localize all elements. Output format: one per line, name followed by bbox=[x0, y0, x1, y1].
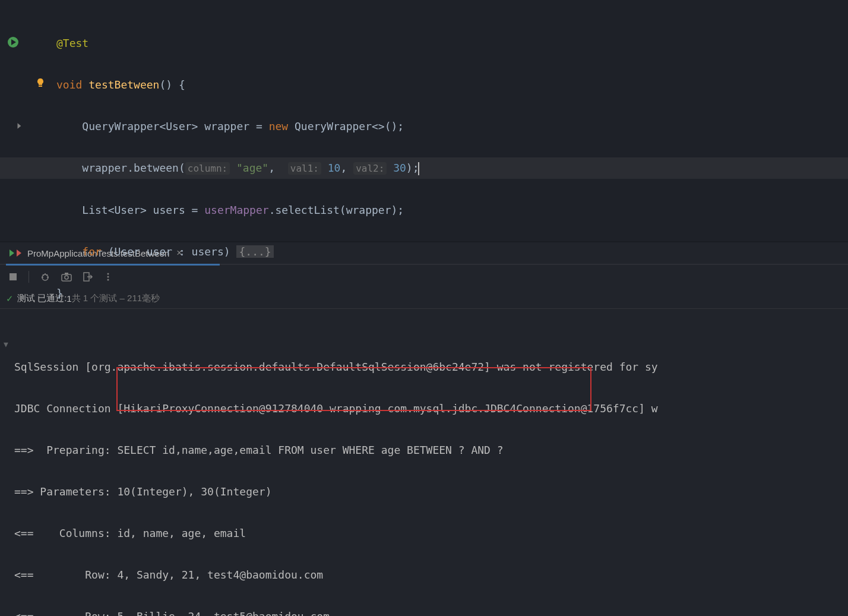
svg-rect-2 bbox=[39, 86, 42, 87]
console-line-3: ==> Preparing: SELECT id,name,age,email … bbox=[14, 440, 834, 460]
param-hint-column: column: bbox=[185, 162, 230, 175]
line2-pre: QueryWrapper<User> wrapper = bbox=[56, 120, 269, 132]
console-line-4: ==> Parameters: 10(Integer), 30(Integer) bbox=[14, 481, 834, 502]
tab-underline bbox=[6, 264, 220, 266]
param-hint-val2: val2: bbox=[353, 162, 387, 175]
expand-fold-icon[interactable] bbox=[15, 120, 29, 133]
line3-pre: wrapper.between( bbox=[56, 162, 185, 174]
keyword-void: void bbox=[56, 78, 82, 91]
intention-bulb-icon[interactable] bbox=[34, 77, 48, 90]
line5-indent bbox=[56, 245, 82, 258]
console-line-5: <== Columns: id, name, age, email bbox=[14, 523, 834, 544]
comma1: , bbox=[268, 162, 281, 174]
console-collapse-icon[interactable]: ▼ bbox=[4, 334, 8, 355]
line4-pre: List<User> users = bbox=[56, 204, 204, 216]
code-editor[interactable]: @Test void testBetween() { QueryWrapper<… bbox=[0, 0, 848, 241]
comma2: , bbox=[340, 162, 353, 174]
param-hint-val1: val1: bbox=[288, 162, 321, 175]
line2-post: QueryWrapper<>(); bbox=[288, 120, 404, 132]
line4-post: .selectList(wrapper); bbox=[269, 204, 404, 216]
close-brace-method: } bbox=[56, 287, 63, 299]
text-caret bbox=[418, 162, 419, 175]
number-30: 30 bbox=[387, 162, 406, 174]
line5-mid: (User user : users) bbox=[102, 245, 237, 258]
run-test-gutter-icon[interactable] bbox=[7, 36, 20, 49]
annotation: @Test bbox=[56, 37, 88, 49]
line3-end: ); bbox=[406, 162, 419, 174]
gutter bbox=[0, 0, 53, 241]
keyword-new: new bbox=[269, 120, 289, 132]
sig-paren: () { bbox=[159, 78, 185, 91]
number-10: 10 bbox=[321, 162, 341, 174]
console-output[interactable]: ▼ SqlSession [org.apache.ibatis.session.… bbox=[0, 309, 848, 616]
console-line-2: JDBC Connection [HikariProxyConnection@9… bbox=[14, 398, 834, 419]
console-line-7: <== Row: 5, Billie, 24, test5@baomidou.c… bbox=[14, 606, 834, 616]
console-line-1: SqlSession [org.apache.ibatis.session.de… bbox=[14, 356, 834, 377]
console-line-6: <== Row: 4, Sandy, 21, test4@baomidou.co… bbox=[14, 564, 834, 585]
code-fold-placeholder[interactable]: {...} bbox=[236, 245, 273, 258]
method-name: testBetween bbox=[88, 78, 159, 91]
keyword-for: for bbox=[82, 245, 102, 258]
field-usermapper: userMapper bbox=[204, 204, 268, 216]
string-age: "age" bbox=[230, 162, 268, 174]
